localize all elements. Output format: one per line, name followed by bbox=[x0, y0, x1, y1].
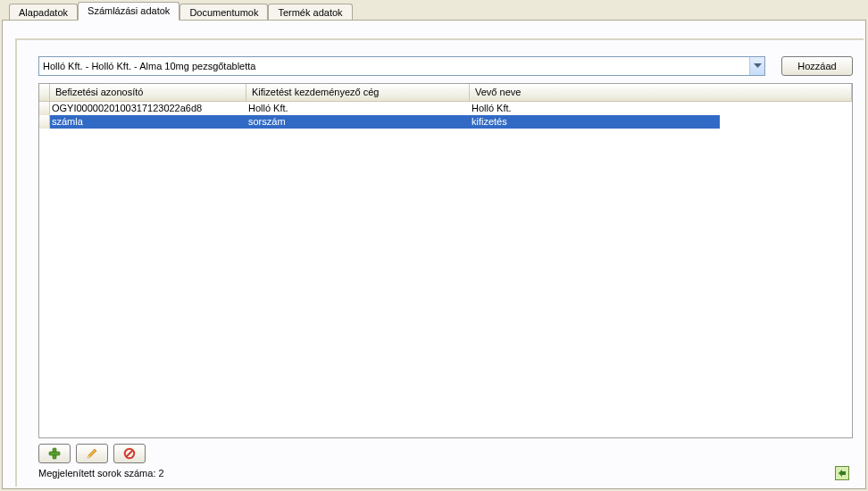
row-header bbox=[39, 102, 50, 115]
forbidden-icon bbox=[123, 447, 136, 460]
header-label: Befizetési azonosító bbox=[55, 87, 143, 97]
add-button-label: Hozzáad bbox=[797, 61, 836, 71]
grid-toolbar bbox=[38, 444, 853, 463]
tab-termek-adatok[interactable]: Termék adatok bbox=[268, 4, 352, 21]
header-label: Vevő neve bbox=[475, 87, 521, 97]
table-row-selected[interactable]: számla sorszám kifizetés bbox=[39, 115, 852, 129]
tab-label: Documentumok bbox=[189, 7, 258, 18]
cell: OGYI0000020100317123022a6d8 bbox=[50, 102, 246, 115]
chevron-down-icon bbox=[754, 63, 762, 69]
cell: kifizetés bbox=[470, 115, 720, 129]
status-text: Megjelenített sorok száma: 2 bbox=[38, 468, 164, 479]
tab-szamlazasi-adatok[interactable]: Számlázási adatok bbox=[78, 2, 179, 21]
cell: sorszám bbox=[246, 115, 470, 129]
edit-row-button[interactable] bbox=[76, 444, 108, 463]
column-header-kifizetest[interactable]: Kifizetést kezdeményező cég bbox=[246, 84, 470, 101]
tab-label: Számlázási adatok bbox=[88, 5, 170, 16]
product-dropdown[interactable]: Holló Kft. - Holló Kft. - Alma 10mg pezs… bbox=[38, 56, 765, 76]
cell: Holló Kft. bbox=[246, 102, 470, 115]
column-header-vevo[interactable]: Vevő neve bbox=[470, 84, 852, 101]
plus-icon bbox=[48, 447, 61, 460]
grid-header: Befizetési azonosító Kifizetést kezdemén… bbox=[39, 84, 852, 102]
cell: számla bbox=[50, 115, 246, 129]
dropdown-text: Holló Kft. - Holló Kft. - Alma 10mg pezs… bbox=[39, 61, 749, 71]
tab-panel: Holló Kft. - Holló Kft. - Alma 10mg pezs… bbox=[2, 20, 866, 489]
tab-label: Termék adatok bbox=[278, 7, 342, 18]
content-area: Holló Kft. - Holló Kft. - Alma 10mg pezs… bbox=[15, 38, 864, 487]
add-row-button[interactable] bbox=[38, 444, 71, 463]
svg-rect-1 bbox=[49, 452, 60, 455]
export-icon bbox=[838, 469, 847, 478]
delete-row-button[interactable] bbox=[113, 444, 146, 463]
top-row: Holló Kft. - Holló Kft. - Alma 10mg pezs… bbox=[38, 56, 853, 76]
cell: Holló Kft. bbox=[470, 102, 852, 115]
row-header-corner bbox=[39, 84, 50, 101]
column-header-befizetesi[interactable]: Befizetési azonosító bbox=[50, 84, 246, 101]
tab-documentumok[interactable]: Documentumok bbox=[179, 4, 268, 21]
export-button[interactable] bbox=[835, 466, 849, 480]
status-row: Megjelenített sorok száma: 2 bbox=[38, 466, 853, 480]
table-row[interactable]: OGYI0000020100317123022a6d8 Holló Kft. H… bbox=[39, 102, 852, 115]
header-label: Kifizetést kezdeményező cég bbox=[252, 87, 379, 97]
grid-body: OGYI0000020100317123022a6d8 Holló Kft. H… bbox=[39, 102, 852, 437]
pencil-icon bbox=[86, 447, 98, 460]
data-grid[interactable]: Befizetési azonosító Kifizetést kezdemén… bbox=[38, 83, 853, 438]
row-header bbox=[39, 115, 50, 129]
dropdown-button[interactable] bbox=[749, 57, 764, 75]
tab-label: Alapadatok bbox=[19, 7, 68, 18]
tab-alapadatok[interactable]: Alapadatok bbox=[9, 4, 78, 21]
add-button[interactable]: Hozzáad bbox=[781, 56, 853, 76]
svg-line-3 bbox=[127, 451, 133, 457]
tab-bar: Alapadatok Számlázási adatok Documentumo… bbox=[0, 0, 868, 20]
